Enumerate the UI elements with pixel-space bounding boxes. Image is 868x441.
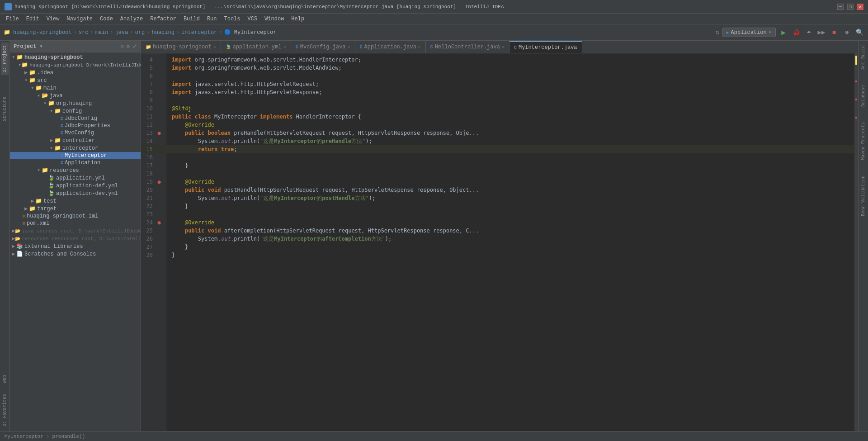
breadcrumb-class[interactable]: 🔵 MyInterceptor bbox=[224, 29, 277, 36]
scroll-marker-bp2 bbox=[855, 99, 857, 100]
panel-favorites[interactable]: 2: Favorites bbox=[1, 391, 9, 429]
tree-ext-libs[interactable]: ▶ 📚 External Libraries bbox=[10, 242, 141, 250]
right-tab-database[interactable]: Database bbox=[859, 82, 867, 109]
breadcrumb-java[interactable]: java bbox=[115, 29, 128, 36]
debug-button[interactable]: 🐞 bbox=[791, 28, 801, 38]
menu-build[interactable]: Build bbox=[180, 15, 203, 23]
menu-analyze[interactable]: Analyze bbox=[117, 15, 146, 23]
tab-appyml[interactable]: 🍃 application.yml ✕ bbox=[221, 41, 291, 53]
tree-iml[interactable]: m huaqing-springboot.iml bbox=[10, 213, 141, 220]
menu-view[interactable]: View bbox=[43, 15, 63, 23]
tree-org-label: org.huaqing bbox=[56, 100, 92, 107]
coverage-button[interactable]: ☂ bbox=[804, 28, 814, 38]
tree-appdevyml[interactable]: 🍃 application-dev.yml bbox=[10, 190, 141, 197]
menu-run[interactable]: Run bbox=[203, 15, 221, 23]
tree-interceptor[interactable]: ▾ 📁 interceptor bbox=[10, 144, 141, 152]
menu-vcs[interactable]: VCS bbox=[244, 15, 261, 23]
tab-application-close[interactable]: ✕ bbox=[418, 44, 421, 50]
editor-scrollbar[interactable] bbox=[854, 53, 858, 431]
tree-org[interactable]: ▾ 📁 org.huaqing bbox=[10, 100, 141, 107]
tree-mvcconfig[interactable]: C MvcConfig bbox=[10, 129, 141, 137]
code-content[interactable]: import org.springframework.web.servlet.H… bbox=[166, 53, 854, 431]
menu-edit[interactable]: Edit bbox=[23, 15, 43, 23]
build-icon[interactable]: ⚒ bbox=[842, 28, 852, 38]
menu-navigate[interactable]: Navigate bbox=[63, 15, 96, 23]
tab-appyml-close[interactable]: ✕ bbox=[283, 44, 286, 50]
tree-mvcconfig-label: MvcConfig bbox=[65, 130, 94, 136]
tree-config[interactable]: ▾ 📁 config bbox=[10, 107, 141, 115]
tab-mvcconfig[interactable]: C MvcConfig.java ✕ bbox=[291, 41, 355, 53]
menu-code[interactable]: Code bbox=[96, 15, 117, 23]
tree-test-label: test bbox=[43, 198, 57, 204]
minimize-button[interactable]: — bbox=[837, 4, 844, 10]
panel-project[interactable]: 1: Project bbox=[1, 43, 9, 75]
tree-controller[interactable]: ▶ 📁 controller bbox=[10, 137, 141, 144]
breadcrumb-huaqing[interactable]: huaqing bbox=[151, 29, 174, 36]
run-button[interactable]: ▶ bbox=[778, 28, 788, 38]
tab-myinterceptor[interactable]: C MyInterceptor.java bbox=[509, 41, 582, 53]
sync-icon: ⇅ bbox=[716, 28, 719, 36]
tree-controller-label: controller bbox=[62, 138, 95, 144]
settings-icon[interactable]: ⚙ bbox=[127, 43, 130, 50]
tab-mvcconfig-close[interactable]: ✕ bbox=[348, 44, 350, 50]
scroll-marker-highlight bbox=[855, 56, 857, 65]
close-button[interactable]: ✕ bbox=[857, 4, 863, 10]
breadcrumb-icon: 📁 bbox=[4, 29, 10, 36]
menu-window[interactable]: Window bbox=[261, 15, 288, 23]
tree-jdbcprops[interactable]: C JdbcProperties bbox=[10, 122, 141, 129]
tree-pom[interactable]: m pom.xml bbox=[10, 220, 141, 227]
tab-hellocontroller[interactable]: C HelloController.java ✕ bbox=[426, 41, 509, 53]
tree-module[interactable]: ▾ 📁 huaqing-springboot D:\work\IntelliJI… bbox=[10, 61, 141, 69]
right-tab-beanval[interactable]: Bean Validation bbox=[859, 173, 867, 219]
tree-appdefyml[interactable]: 🍃 application-def.yml bbox=[10, 182, 141, 190]
menu-file[interactable]: File bbox=[2, 15, 23, 23]
tree-jdbcconfig[interactable]: C JdbcConfig bbox=[10, 115, 141, 122]
right-tab-antbuild[interactable]: Ant Build bbox=[859, 43, 867, 72]
tree-res-src[interactable]: ▶ 📂 resources resources root, D:\work\In… bbox=[10, 235, 141, 242]
tree-idea[interactable]: ▶ 📁 .idea bbox=[10, 69, 141, 76]
breadcrumb-org[interactable]: org bbox=[135, 29, 145, 36]
tree-appyml[interactable]: 🍃 application.yml bbox=[10, 174, 141, 182]
tab-project[interactable]: 📁 huaqing-springboot ✕ bbox=[141, 41, 221, 53]
tab-application[interactable]: C Application.java ✕ bbox=[355, 41, 426, 53]
project-title: Project ▾ bbox=[14, 43, 43, 50]
menu-refactor[interactable]: Refactor bbox=[146, 15, 180, 23]
breadcrumb-project[interactable]: huaqing-springboot bbox=[13, 29, 72, 36]
panel-structure[interactable]: Structure bbox=[1, 94, 9, 124]
window-title: huaqing-springboot [D:\work\IntelliJIdea… bbox=[14, 4, 504, 9]
tree-src[interactable]: ▾ 📁 src bbox=[10, 76, 141, 84]
tree-java-label: java bbox=[50, 93, 63, 99]
breadcrumb-bar: 📁 huaqing-springboot › src › main › java… bbox=[4, 29, 713, 36]
breadcrumb-src[interactable]: src bbox=[79, 29, 89, 36]
project-tree: ▾ 📁 huaqing-springboot ▾ 📁 huaqing-sprin… bbox=[10, 52, 141, 431]
project-panel: Project ▾ ⊙ ⚙ ⤢ ▾ 📁 huaqing-springboot ▾… bbox=[10, 41, 141, 431]
tree-main[interactable]: ▾ 📁 main bbox=[10, 84, 141, 92]
search-icon[interactable]: 🔍 bbox=[854, 28, 864, 38]
tree-myinterceptor[interactable]: C MyInterceptor bbox=[10, 152, 141, 159]
tab-hellocontroller-close[interactable]: ✕ bbox=[502, 44, 505, 50]
tree-java-src-label: java sources root, D:\work\IntelliJIdeaW… bbox=[22, 228, 141, 234]
tree-scratches[interactable]: ▶ 📄 Scratches and Consoles bbox=[10, 250, 141, 258]
breadcrumb-main[interactable]: main bbox=[95, 29, 108, 36]
tab-project-close[interactable]: ✕ bbox=[213, 44, 216, 50]
tree-test[interactable]: ▶ 📁 test bbox=[10, 197, 141, 205]
expand-icon[interactable]: ⤢ bbox=[132, 43, 137, 50]
breadcrumb-interceptor[interactable]: interceptor bbox=[181, 29, 217, 36]
tree-target[interactable]: ▶ 📁 target bbox=[10, 205, 141, 213]
run-config-selector[interactable]: ▶ Application ▾ bbox=[722, 28, 776, 37]
tree-resources[interactable]: ▾ 📁 resources bbox=[10, 166, 141, 174]
tree-java-src[interactable]: ▶ 📂 java sources root, D:\work\IntelliJI… bbox=[10, 227, 141, 235]
tree-java[interactable]: ▾ 📂 java bbox=[10, 92, 141, 100]
run-all-button[interactable]: ▶▶ bbox=[816, 28, 826, 38]
tree-application[interactable]: C Application bbox=[10, 159, 141, 166]
tree-root[interactable]: ▾ 📁 huaqing-springboot bbox=[10, 53, 141, 61]
locate-icon[interactable]: ⊙ bbox=[121, 43, 124, 50]
menu-help[interactable]: Help bbox=[288, 15, 308, 23]
project-header: Project ▾ ⊙ ⚙ ⤢ bbox=[10, 41, 141, 52]
restore-button[interactable]: ❐ bbox=[847, 4, 854, 10]
panel-web[interactable]: Web bbox=[1, 372, 9, 386]
menu-tools[interactable]: Tools bbox=[221, 15, 244, 23]
stop-button[interactable]: ■ bbox=[829, 28, 839, 38]
tree-src-label: src bbox=[37, 77, 47, 84]
right-tab-maven[interactable]: Maven Projects bbox=[859, 119, 867, 163]
